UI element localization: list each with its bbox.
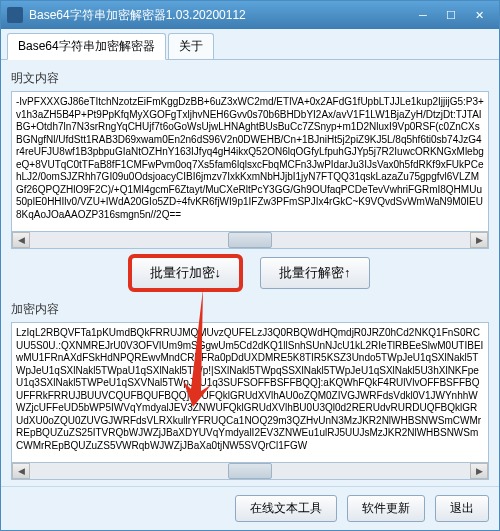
scroll-left-icon[interactable]: ◀ bbox=[12, 232, 30, 248]
scroll-right-icon[interactable]: ▶ bbox=[470, 463, 488, 479]
encrypt-button[interactable]: 批量行加密↓ bbox=[131, 257, 241, 289]
titlebar: Base64字符串加密解密器1.03.20200112 ─ ☐ ✕ bbox=[1, 1, 499, 29]
scroll-thumb[interactable] bbox=[228, 232, 272, 248]
minimize-button[interactable]: ─ bbox=[409, 6, 437, 24]
window-title: Base64字符串加密解密器1.03.20200112 bbox=[29, 7, 409, 24]
maximize-button[interactable]: ☐ bbox=[437, 6, 465, 24]
scroll-left-icon[interactable]: ◀ bbox=[12, 463, 30, 479]
tab-main[interactable]: Base64字符串加密解密器 bbox=[7, 33, 166, 60]
plain-textarea[interactable]: -IvPFXXXGJ86eTItchNzotzEiFmKggDzBB+6uZ3x… bbox=[11, 91, 489, 232]
online-tool-button[interactable]: 在线文本工具 bbox=[235, 495, 337, 522]
encrypted-label: 加密内容 bbox=[11, 301, 489, 318]
close-button[interactable]: ✕ bbox=[465, 6, 493, 24]
scroll-right-icon[interactable]: ▶ bbox=[470, 232, 488, 248]
decrypt-button[interactable]: 批量行解密↑ bbox=[260, 257, 370, 289]
encrypted-scrollbar[interactable]: ◀ ▶ bbox=[11, 463, 489, 480]
plain-label: 明文内容 bbox=[11, 70, 489, 87]
encrypted-textarea[interactable]: LzIqL2RBQVFTa1pKUmdBQkFRRUJMQMUvzQUFELzJ… bbox=[11, 322, 489, 463]
scroll-thumb[interactable] bbox=[228, 463, 272, 479]
app-icon bbox=[7, 7, 23, 23]
tab-bar: Base64字符串加密解密器 关于 bbox=[1, 29, 499, 60]
exit-button[interactable]: 退出 bbox=[435, 495, 489, 522]
update-button[interactable]: 软件更新 bbox=[347, 495, 425, 522]
tab-about[interactable]: 关于 bbox=[168, 33, 214, 59]
plain-scrollbar[interactable]: ◀ ▶ bbox=[11, 232, 489, 249]
